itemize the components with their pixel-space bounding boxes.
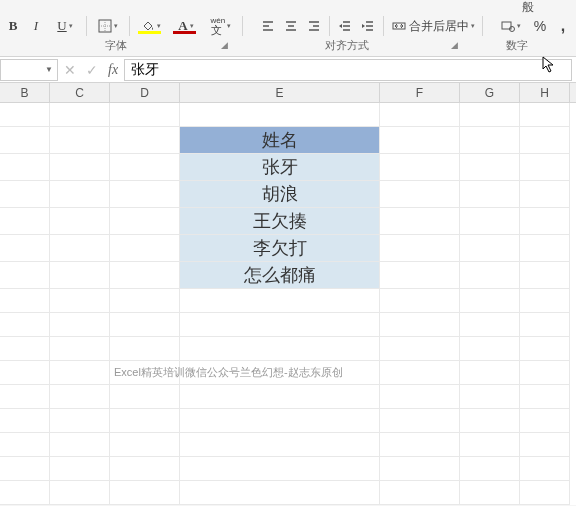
cancel-icon[interactable]: ✕ [64,62,76,78]
cell[interactable] [380,181,460,208]
cell[interactable] [50,313,110,337]
cell[interactable] [50,385,110,409]
font-color-button[interactable]: A ▾ [169,15,203,37]
cell[interactable] [520,289,570,313]
cell[interactable] [50,181,110,208]
cell[interactable] [110,262,180,289]
cell[interactable] [110,409,180,433]
cell[interactable] [380,337,460,361]
font-launcher-icon[interactable]: ◢ [221,40,228,50]
cell[interactable] [0,409,50,433]
cell[interactable] [180,385,380,409]
cell[interactable] [520,313,570,337]
cell[interactable] [520,208,570,235]
merge-center-button[interactable]: 合并后居中▾ [388,15,478,37]
align-launcher-icon[interactable]: ◢ [451,40,458,50]
cell[interactable] [460,127,520,154]
cell[interactable] [110,385,180,409]
underline-button[interactable]: U▾ [48,15,82,37]
cell[interactable] [380,235,460,262]
cell[interactable] [50,154,110,181]
cell[interactable] [460,181,520,208]
col-header-G[interactable]: G [460,83,520,102]
cell[interactable] [0,337,50,361]
cell[interactable] [110,127,180,154]
cell[interactable] [520,235,570,262]
cell[interactable] [50,457,110,481]
cell[interactable] [110,235,180,262]
cell[interactable] [180,433,380,457]
cell[interactable] [180,313,380,337]
cell[interactable] [460,409,520,433]
cell[interactable] [110,154,180,181]
cell[interactable] [460,154,520,181]
enter-icon[interactable]: ✓ [86,62,98,78]
cell[interactable] [50,262,110,289]
formula-input[interactable]: 张牙 [124,59,572,81]
cell[interactable]: Excel精英培训微信公众号兰色幻想-赵志东原创 [110,361,180,385]
cell[interactable] [50,337,110,361]
cell[interactable] [380,361,460,385]
cell[interactable] [50,289,110,313]
cell[interactable] [50,361,110,385]
cell[interactable] [380,433,460,457]
cell[interactable] [50,208,110,235]
cell[interactable] [460,481,520,505]
bold-button[interactable]: B [2,15,24,37]
cell[interactable] [0,181,50,208]
cell[interactable] [50,481,110,505]
cell[interactable] [110,337,180,361]
cell[interactable] [110,481,180,505]
align-right-button[interactable] [303,15,325,37]
cell[interactable]: 李欠打 [180,235,380,262]
cell[interactable] [460,103,520,127]
cell[interactable] [520,337,570,361]
name-box[interactable]: ▼ [0,59,58,81]
fx-icon[interactable]: fx [108,62,118,78]
cell[interactable]: 张牙 [180,154,380,181]
cell[interactable] [0,457,50,481]
cell[interactable] [0,103,50,127]
cell[interactable] [180,409,380,433]
cell[interactable] [460,208,520,235]
cell[interactable] [110,313,180,337]
cell[interactable] [520,361,570,385]
cell[interactable] [0,235,50,262]
cell[interactable] [110,457,180,481]
borders-button[interactable]: ▾ [91,15,125,37]
cell[interactable] [0,313,50,337]
fill-color-button[interactable]: ▾ [134,15,168,37]
cell[interactable] [0,154,50,181]
cell[interactable] [460,433,520,457]
cell[interactable] [380,154,460,181]
cell[interactable] [380,385,460,409]
cell[interactable] [380,409,460,433]
col-header-H[interactable]: H [520,83,570,102]
col-header-E[interactable]: E [180,83,380,102]
cell[interactable] [520,457,570,481]
align-center-button[interactable] [280,15,302,37]
cell[interactable] [520,181,570,208]
cell[interactable] [180,337,380,361]
cell[interactable] [380,208,460,235]
cell[interactable] [380,481,460,505]
cell[interactable] [0,433,50,457]
cell[interactable] [520,262,570,289]
cell[interactable] [0,385,50,409]
comma-button[interactable]: , [552,15,574,37]
cell[interactable] [50,433,110,457]
cell[interactable] [460,337,520,361]
cell[interactable] [460,235,520,262]
cell[interactable] [110,181,180,208]
cell[interactable] [0,361,50,385]
cell[interactable] [0,481,50,505]
cell[interactable] [0,208,50,235]
col-header-F[interactable]: F [380,83,460,102]
number-format-button[interactable]: ▾ [494,15,528,37]
cell[interactable] [380,313,460,337]
percent-button[interactable]: % [529,15,551,37]
cell[interactable] [110,208,180,235]
cell[interactable] [0,289,50,313]
cell[interactable] [180,361,380,385]
cell[interactable] [520,409,570,433]
